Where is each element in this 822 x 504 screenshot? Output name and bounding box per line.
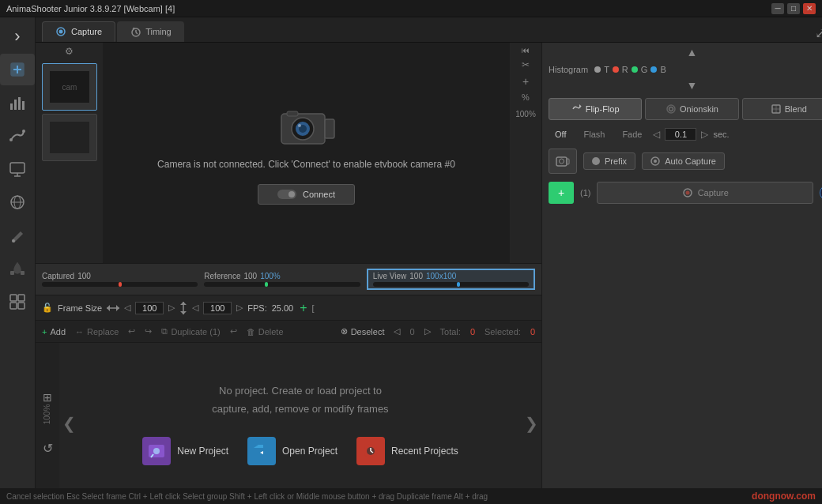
hist-b-label: B xyxy=(660,65,666,74)
svg-point-60 xyxy=(685,191,689,195)
open-project-btn[interactable]: Open Project xyxy=(247,437,337,465)
grid-view-btn[interactable]: ⊞ xyxy=(43,391,52,404)
liveview-slider-track[interactable] xyxy=(373,282,529,287)
frame-width-input[interactable] xyxy=(135,302,164,314)
frame-height-prev[interactable]: ◁ xyxy=(192,303,198,313)
auto-capture-button[interactable]: Auto Capture xyxy=(642,152,725,170)
svg-rect-3 xyxy=(10,103,13,110)
liveview-label: Live View xyxy=(373,272,407,280)
title-bar-controls[interactable]: ─ □ ✕ xyxy=(771,3,816,14)
prefix-label: Prefix xyxy=(605,156,627,166)
thumbnail-2[interactable] xyxy=(42,114,97,161)
sidebar-icon-monitor[interactable] xyxy=(0,153,35,185)
sidebar-icon-histogram[interactable] xyxy=(0,87,35,118)
maximize-button[interactable]: □ xyxy=(787,3,800,14)
frame-width-prev[interactable]: ◁ xyxy=(124,303,130,313)
camera-thumbnail-bar: ⚙ cam xyxy=(36,43,103,263)
frame-num: 0 xyxy=(409,327,414,337)
refresh-btn[interactable]: ↺ xyxy=(43,441,53,456)
capture-main-button[interactable]: Capture xyxy=(597,182,813,204)
minimize-button[interactable]: ─ xyxy=(771,3,784,14)
frames-scroll-area: ⊞ 100% ↺ ❮ No project. Create or load pr… xyxy=(36,343,541,504)
collapse-down-arrow[interactable]: ▼ xyxy=(687,79,698,92)
timing-prev-arrow[interactable]: ◁ xyxy=(653,129,660,140)
hundred-btn[interactable]: 100% xyxy=(515,110,536,118)
tab-capture[interactable]: Capture xyxy=(42,21,115,42)
timing-value-input[interactable] xyxy=(665,128,696,141)
sidebar-collapse-arrow[interactable]: › xyxy=(0,21,35,52)
next-frame-btn[interactable]: ▷ xyxy=(424,326,431,337)
sidebar-icon-drop[interactable] xyxy=(0,253,35,284)
flipflop-mode-btn[interactable]: Flip-Flop xyxy=(549,98,642,120)
svg-rect-4 xyxy=(14,100,17,110)
histogram-row: Histogram T R G B xyxy=(542,62,822,77)
frame-width-next[interactable]: ▷ xyxy=(168,303,175,313)
hist-t-label: T xyxy=(604,65,609,74)
sidebar-icon-curve[interactable] xyxy=(0,120,35,152)
add-frame-icon: + xyxy=(558,186,564,199)
redo-button[interactable]: ↪ xyxy=(145,326,152,337)
percent-btn[interactable]: % xyxy=(522,92,530,102)
thumb-settings-btn[interactable]: ⚙ xyxy=(65,46,74,57)
add-frame-button[interactable]: + xyxy=(549,182,574,204)
hist-dot-t xyxy=(594,66,601,73)
camera-view-area: ⚙ cam xyxy=(36,43,541,264)
add-button[interactable]: + Add xyxy=(42,327,66,337)
title-bar-text: AnimaShooter Junior 3.8.9.27 [Webcam] [4… xyxy=(6,4,175,13)
fullscreen-btn-expand[interactable]: ⤢ xyxy=(815,24,822,42)
scissors-btn[interactable]: ✂ xyxy=(522,59,530,70)
total-label: Total: xyxy=(440,327,461,337)
connect-label: Connect xyxy=(303,190,335,199)
deselect-button[interactable]: ⊗ Deselect xyxy=(341,326,385,337)
captured-label: Captured xyxy=(42,272,74,280)
plus-cam-btn[interactable]: + xyxy=(522,75,529,88)
recent-projects-btn[interactable]: Recent Projects xyxy=(356,437,458,465)
tab-timing[interactable]: Timing xyxy=(117,21,184,42)
frame-size-label: Frame Size xyxy=(58,303,102,313)
delete-button[interactable]: 🗑 Delete xyxy=(247,327,284,337)
close-button[interactable]: ✕ xyxy=(803,3,816,14)
svg-rect-5 xyxy=(18,97,21,110)
svg-marker-41 xyxy=(180,302,187,305)
expand-up-arrow[interactable]: ▲ xyxy=(687,46,698,58)
sidebar-icon-brush[interactable] xyxy=(0,220,35,251)
undo2-button[interactable]: ↩ xyxy=(230,326,237,337)
lock-icon[interactable]: 🔓 xyxy=(42,303,53,313)
frames-nav-right[interactable]: ❯ xyxy=(522,408,541,439)
timing-off-option[interactable]: Off xyxy=(549,128,572,141)
replace-button[interactable]: ↔ Replace xyxy=(75,327,119,337)
playback-btn[interactable]: ⏮ xyxy=(522,46,530,55)
add-fps-btn[interactable]: + xyxy=(300,301,307,315)
recent-projects-label: Recent Projects xyxy=(391,446,458,457)
prefix-button[interactable]: Prefix xyxy=(583,152,635,170)
sidebar-icon-add-layer[interactable] xyxy=(0,54,35,85)
selected-value: 0 xyxy=(530,327,535,337)
undo-button[interactable]: ↩ xyxy=(128,326,135,337)
new-project-btn[interactable]: New Project xyxy=(142,437,228,465)
blend-label: Blend xyxy=(785,104,807,114)
blend-mode-btn[interactable]: Blend xyxy=(742,98,822,120)
frame-height-input[interactable] xyxy=(203,302,232,314)
onionskin-mode-btn[interactable]: Onionskin xyxy=(645,98,738,120)
duplicate-button[interactable]: ⧉ Duplicate (1) xyxy=(161,326,220,337)
svg-line-26 xyxy=(136,32,138,34)
sidebar-icon-globe[interactable] xyxy=(0,186,35,218)
camera-small-btn[interactable] xyxy=(549,149,577,174)
camera-panel: ⚙ cam xyxy=(36,43,541,504)
timing-flash-option[interactable]: Flash xyxy=(577,128,611,141)
deselect-label: Deselect xyxy=(351,327,385,337)
svg-rect-21 xyxy=(18,303,25,309)
connect-button[interactable]: Connect xyxy=(258,184,355,205)
reference-slider-track[interactable] xyxy=(204,282,360,287)
svg-marker-38 xyxy=(107,305,110,311)
project-actions: New Project Open Pr xyxy=(142,437,458,465)
frame-height-next[interactable]: ▷ xyxy=(236,303,243,313)
captured-slider-track[interactable] xyxy=(42,282,198,287)
frames-nav-left[interactable]: ❮ xyxy=(59,408,79,439)
prev-frame-btn[interactable]: ◁ xyxy=(394,326,400,337)
bracket-btn[interactable]: [ xyxy=(312,303,315,313)
timing-next-arrow[interactable]: ▷ xyxy=(701,129,708,140)
thumbnail-1[interactable]: cam xyxy=(42,63,97,111)
timing-fade-option[interactable]: Fade xyxy=(616,128,648,141)
sidebar-icon-settings2[interactable] xyxy=(0,286,35,318)
